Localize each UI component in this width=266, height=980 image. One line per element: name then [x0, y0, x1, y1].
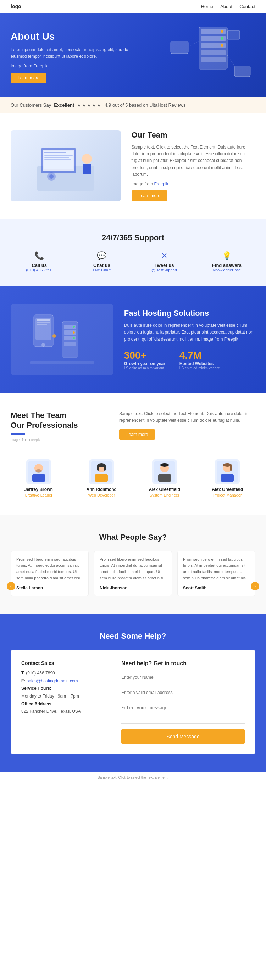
- svg-rect-21: [44, 159, 71, 160]
- svg-rect-62: [230, 465, 232, 471]
- logo: logo: [11, 3, 21, 9]
- alex1-name: Alex Greenfield: [137, 487, 193, 492]
- svg-point-57: [160, 463, 169, 467]
- support-title: 24/7/365 Support: [11, 233, 255, 242]
- prev-arrow[interactable]: ‹: [7, 582, 15, 590]
- team-content: Our Team Sample text. Click to select th…: [132, 130, 256, 201]
- fh-image-container: [11, 304, 113, 375]
- contact-phone: T: (910) 456 7890: [21, 670, 111, 677]
- meet-team-right: Sample text. Click to select the Text El…: [119, 410, 255, 440]
- contact-email-link[interactable]: sales@hostingdomain.com: [27, 678, 78, 683]
- support-chat[interactable]: 💬 Chat us Live Chart: [73, 251, 130, 272]
- form-name-input[interactable]: [121, 672, 245, 683]
- fh-stat-hosted: 4.7M Hosted Websites LS enim ad minim va…: [180, 350, 220, 370]
- hero-illustration: [147, 13, 266, 97]
- team-members-section: Jeffrey Brown Creative Leader Ann Richmo…: [0, 459, 266, 515]
- help-inner: Contact Sales T: (910) 456 7890 E: sales…: [11, 650, 255, 754]
- hero-learn-more-button[interactable]: Learn more: [11, 73, 46, 83]
- svg-point-47: [35, 469, 42, 473]
- testimonial-1: ‹ Proin sed libero enim sed faucibus tur…: [11, 551, 89, 596]
- svg-line-13: [227, 55, 234, 66]
- nav-about[interactable]: About: [220, 4, 232, 9]
- nav-home[interactable]: Home: [201, 4, 213, 9]
- meet-team-description: Sample text. Click to select the Text El…: [119, 410, 255, 424]
- svg-point-8: [221, 44, 223, 47]
- fh-growth-label: Growth year on year: [124, 361, 165, 366]
- svg-rect-30: [37, 324, 47, 325]
- send-message-button[interactable]: Send Message: [121, 729, 245, 744]
- rating-excellent: Excellent: [54, 102, 74, 108]
- alex1-avatar-svg: [154, 461, 175, 482]
- team-description: Sample text. Click to select the Text El…: [132, 144, 256, 178]
- alex1-role: System Engineer: [137, 493, 193, 497]
- svg-rect-19: [44, 154, 73, 156]
- testimonial-2-text: Proin sed libero enim sed faucibus turpi…: [100, 557, 166, 581]
- freepik-link[interactable]: Freepik: [154, 181, 169, 186]
- jeffrey-avatar-svg: [28, 461, 49, 482]
- nav-contact[interactable]: Contact: [239, 4, 255, 9]
- footer-note: Sample text. Click to select the Text El…: [0, 772, 266, 783]
- testimonials-section: What People Say? ‹ Proin sed libero enim…: [0, 515, 266, 614]
- team-image-container: [11, 130, 121, 201]
- form-message-input[interactable]: [121, 703, 245, 724]
- nav-links: Home About Contact: [201, 4, 255, 9]
- rating-bar: Our Customers Say Excellent ★★★★★ 4.9 ou…: [0, 97, 266, 113]
- svg-point-22: [82, 154, 92, 164]
- call-label: Call us: [11, 262, 68, 268]
- rating-stars: ★★★★★: [77, 102, 102, 108]
- svg-point-31: [41, 343, 45, 347]
- support-grid: 📞 Call us (010) 456 7890 💬 Chat us Live …: [11, 251, 255, 272]
- contact-address-label: Office Address:: [21, 700, 111, 708]
- support-answers[interactable]: 💡 Find answers KnowledgeBase: [198, 251, 255, 272]
- next-arrow[interactable]: ›: [251, 582, 259, 590]
- alex2-role: Project Manager: [200, 493, 256, 497]
- svg-rect-11: [227, 30, 240, 39]
- tweet-label: Tweet us: [136, 262, 193, 268]
- help-form: Need help? Get in touch Send Message: [121, 660, 245, 744]
- fh-growth-sub: LS enim ad minim variant: [124, 366, 165, 370]
- jeffrey-name: Jeffrey Brown: [11, 487, 67, 492]
- answers-sub: KnowledgeBase: [198, 268, 255, 272]
- fh-hosted-number: 4.7M: [180, 350, 220, 361]
- hero-section: About Us Lorem ipsum dolor sit amet, con…: [0, 13, 266, 97]
- member-alex1: Alex Greenfield System Engineer: [137, 459, 193, 497]
- member-alex2: Alex Greenfield Project Manager: [200, 459, 256, 497]
- support-section: 24/7/365 Support 📞 Call us (010) 456 789…: [0, 219, 266, 286]
- fh-stats: 300+ Growth year on year LS enim ad mini…: [124, 350, 255, 370]
- meet-team-section: Meet The Team Our Professionals Images f…: [0, 393, 266, 459]
- footer-text: Sample text. Click to select the Text El…: [11, 775, 255, 780]
- member-jeffrey: Jeffrey Brown Creative Leader: [11, 459, 67, 497]
- svg-rect-43: [30, 361, 94, 364]
- svg-rect-23: [83, 164, 91, 174]
- form-email-input[interactable]: [121, 687, 245, 698]
- support-call: 📞 Call us (010) 456 7890: [11, 251, 68, 272]
- title-underline: [11, 433, 25, 434]
- meet-team-title: Meet The Team Our Professionals: [11, 410, 108, 431]
- fh-content: Fast Hosting Solutions Duis aute irure d…: [124, 309, 255, 370]
- hero-content: About Us Lorem ipsum dolor sit amet, con…: [11, 31, 145, 83]
- hero-img-label: Image from Freepik: [11, 63, 145, 70]
- chat-sub: Live Chart: [73, 268, 130, 272]
- contact-hours: Monday to Friday : 9am – 7pm: [21, 692, 111, 700]
- svg-rect-9: [170, 41, 188, 54]
- testimonial-1-name: Stella Larson: [16, 585, 83, 590]
- testimonial-2: Proin sed libero enim sed faucibus turpi…: [94, 551, 172, 596]
- call-sub: (010) 456 7890: [11, 268, 68, 272]
- alex2-avatar: [215, 459, 240, 484]
- ann-role: Web Developer: [74, 493, 130, 497]
- alex2-name: Alex Greenfield: [200, 487, 256, 492]
- support-tweet[interactable]: ✕ Tweet us @HostSupport: [136, 251, 193, 272]
- testimonial-3-name: Scott Smith: [183, 585, 250, 590]
- team-learn-more-button[interactable]: Learn more: [132, 190, 167, 201]
- chat-label: Chat us: [73, 262, 130, 268]
- svg-rect-36: [64, 342, 76, 346]
- ann-name: Ann Richmond: [74, 487, 130, 492]
- fh-growth-number: 300+: [124, 350, 165, 361]
- hero-description: Lorem ipsum dolor sit amet, consectetur …: [11, 46, 145, 60]
- svg-point-37: [73, 326, 75, 328]
- svg-rect-28: [37, 319, 50, 321]
- svg-rect-60: [221, 474, 234, 482]
- navigation: logo Home About Contact: [0, 0, 266, 13]
- svg-point-38: [73, 331, 75, 334]
- meet-team-learn-more-button[interactable]: Learn more: [119, 429, 155, 440]
